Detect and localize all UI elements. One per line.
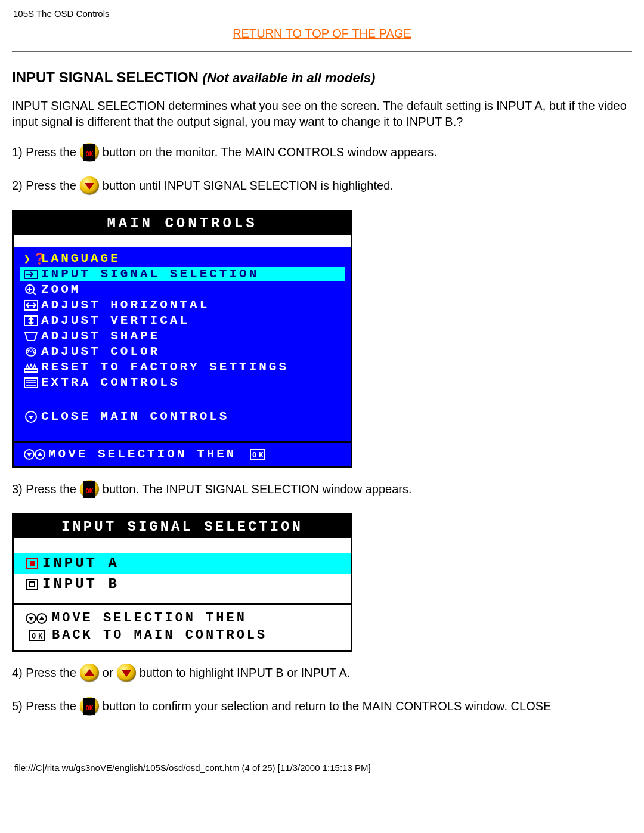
step-3-post: button. The INPUT SIGNAL SELECTION windo… <box>103 482 412 496</box>
osd-item-input-signal: INPUT SIGNAL SELECTION <box>20 267 345 281</box>
osd-item-label: RESET TO FACTORY SETTINGS <box>41 360 289 374</box>
osd-item-label: ADJUST COLOR <box>41 345 160 358</box>
svg-rect-24 <box>30 561 35 566</box>
language-icon: ❯❓ <box>21 253 41 265</box>
osd-input-a: INPUT A <box>14 553 351 574</box>
intro-paragraph: INPUT SIGNAL SELECTION determines what y… <box>12 98 632 130</box>
osd-main-footer: MOVE SELECTION THEN OK <box>14 441 351 466</box>
step-4: 4) Press the or button to highlight INPU… <box>12 664 632 682</box>
step-2: 2) Press the button until INPUT SIGNAL S… <box>12 176 632 194</box>
osd-item-adjust-horizontal: ADJUST HORIZONTAL <box>20 298 345 312</box>
step-1: 1) Press the OK button on the monitor. T… <box>12 143 632 161</box>
step-4-post: button to highlight INPUT B or INPUT A. <box>140 666 351 680</box>
ok-symbol-icon: OK <box>22 630 52 641</box>
up-down-icon <box>22 612 52 624</box>
svg-marker-18 <box>27 453 32 457</box>
down-button-icon <box>117 664 136 682</box>
step-4-pre: 4) Press the <box>12 666 76 680</box>
osd-input-b: INPUT B <box>14 574 351 594</box>
vertical-icon <box>21 315 41 326</box>
svg-marker-30 <box>39 616 44 620</box>
osd-main-title: MAIN CONTROLS <box>14 212 351 235</box>
svg-marker-28 <box>29 617 33 621</box>
down-button-icon <box>80 176 99 194</box>
input-signal-icon <box>21 269 41 280</box>
ok-symbol-icon: OK <box>244 449 271 460</box>
step-3: 3) Press the OK button. The INPUT SIGNAL… <box>12 480 632 498</box>
osd-input-footer-2: BACK TO MAIN CONTROLS <box>52 628 267 643</box>
osd-input-footer-1: MOVE SELECTION THEN <box>52 611 247 625</box>
page-header: 105S The OSD Controls <box>13 8 632 18</box>
osd-input-footer: MOVE SELECTION THEN OK BACK TO MAIN CONT… <box>14 605 351 650</box>
section-title-note: (Not available in all models) <box>203 70 376 85</box>
svg-text:OK: OK <box>252 451 265 459</box>
zoom-icon <box>21 284 41 296</box>
osd-item-reset: RESET TO FACTORY SETTINGS <box>20 360 345 374</box>
svg-rect-26 <box>30 582 35 587</box>
step-5: 5) Press the OK button to confirm your s… <box>12 697 632 715</box>
osd-white-bar <box>14 594 351 603</box>
osd-item-label: ADJUST VERTICAL <box>41 314 190 327</box>
svg-line-3 <box>33 292 36 295</box>
osd-item-adjust-color: ADJUST COLOR <box>20 344 345 359</box>
svg-rect-25 <box>27 580 38 589</box>
ok-button-icon: OK <box>80 143 99 161</box>
svg-rect-10 <box>24 369 38 372</box>
osd-white-bar <box>14 235 351 247</box>
osd-main-controls: MAIN CONTROLS ❯❓ LANGUAGE INPUT SIGNAL S… <box>12 210 352 468</box>
up-button-icon <box>80 664 99 682</box>
osd-item-adjust-vertical: ADJUST VERTICAL <box>20 313 345 328</box>
osd-white-bar <box>14 538 351 553</box>
svg-marker-20 <box>38 452 42 456</box>
osd-item-label: ADJUST HORIZONTAL <box>41 298 209 312</box>
osd-item-label: INPUT SIGNAL SELECTION <box>41 267 259 281</box>
up-down-icon <box>22 448 48 460</box>
osd-input-a-label: INPUT A <box>42 555 119 571</box>
close-icon <box>21 411 41 423</box>
footer-path: file:///C|/rita wu/gs3noVE/english/105S/… <box>12 763 632 773</box>
svg-marker-16 <box>29 416 33 419</box>
osd-item-zoom: ZOOM <box>20 282 345 297</box>
horizontal-rule <box>12 51 632 52</box>
extra-icon <box>21 377 41 388</box>
return-top-link-container: RETURN TO TOP OF THE PAGE <box>12 27 632 41</box>
svg-text:OK: OK <box>32 632 45 640</box>
osd-item-label: ADJUST SHAPE <box>41 329 160 343</box>
step-1-pre: 1) Press the <box>12 145 76 159</box>
osd-item-language: ❯❓ LANGUAGE <box>20 251 345 266</box>
ok-button-icon: OK <box>80 697 99 715</box>
step-2-pre: 2) Press the <box>12 179 76 193</box>
osd-input-b-label: INPUT B <box>42 576 119 592</box>
section-heading: INPUT SIGNAL SELECTION (Not available in… <box>12 69 632 86</box>
step-1-post: button on the monitor. The MAIN CONTROLS… <box>103 145 437 159</box>
step-4-mid: or <box>103 666 113 680</box>
osd-item-adjust-shape: ADJUST SHAPE <box>20 329 345 343</box>
osd-main-body: ❯❓ LANGUAGE INPUT SIGNAL SELECTION ZOOM <box>14 247 351 441</box>
osd-item-label: LANGUAGE <box>41 252 120 265</box>
step-5-pre: 5) Press the <box>12 699 76 713</box>
osd-item-close: CLOSE MAIN CONTROLS <box>20 409 345 424</box>
input-a-icon <box>22 558 42 569</box>
osd-item-label: ZOOM <box>41 283 80 296</box>
osd-input-signal: INPUT SIGNAL SELECTION INPUT A INPUT B <box>12 513 352 652</box>
section-title-text: INPUT SIGNAL SELECTION <box>12 69 199 85</box>
step-5-post: button to confirm your selection and ret… <box>103 699 552 713</box>
osd-footer-text: MOVE SELECTION THEN <box>48 447 236 461</box>
input-b-icon <box>22 579 42 590</box>
osd-item-extra: EXTRA CONTROLS <box>20 375 345 390</box>
color-icon <box>21 346 41 357</box>
return-top-link[interactable]: RETURN TO TOP OF THE PAGE <box>233 27 411 40</box>
reset-icon <box>21 362 41 373</box>
horizontal-icon <box>21 300 41 311</box>
step-3-pre: 3) Press the <box>12 482 76 496</box>
ok-button-icon: OK <box>80 480 99 498</box>
osd-input-title: INPUT SIGNAL SELECTION <box>14 515 351 538</box>
osd-close-label: CLOSE MAIN CONTROLS <box>41 410 229 423</box>
step-2-post: button until INPUT SIGNAL SELECTION is h… <box>103 179 394 193</box>
shape-icon <box>21 331 41 342</box>
osd-item-label: EXTRA CONTROLS <box>41 376 179 389</box>
